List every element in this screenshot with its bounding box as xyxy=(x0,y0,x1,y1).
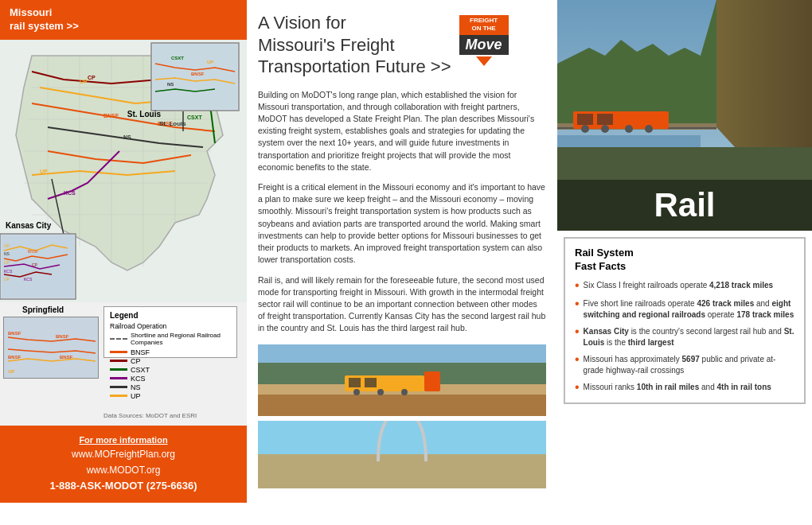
svg-rect-29 xyxy=(2,235,74,298)
svg-rect-20 xyxy=(153,45,237,109)
svg-text:CSXT: CSXT xyxy=(171,56,184,60)
middle-panel: A Vision for Missouri's Freight Transpor… xyxy=(247,0,557,525)
svg-point-49 xyxy=(377,389,384,395)
svg-point-61 xyxy=(645,125,653,133)
svg-point-58 xyxy=(581,125,589,133)
legend-kcs-label: KCS xyxy=(131,375,146,383)
svg-text:BNSF: BNSF xyxy=(103,113,119,119)
svg-text:UP: UP xyxy=(40,169,48,174)
legend-subtitle: Railroad Operation xyxy=(110,322,231,330)
freight-logo: FREIGHT ON THE Move xyxy=(459,15,509,68)
fact-bullet-1: • xyxy=(575,278,580,293)
svg-rect-56 xyxy=(577,114,593,125)
springfield-inset: BNSF BNSF BNSF BNSF UP xyxy=(3,317,99,379)
fact-item-4: • Missouri has approximately 5697 public… xyxy=(575,354,794,376)
legend-bnsf-label: BNSF xyxy=(131,348,150,356)
body-paragraph-3: Rail is, and will likely remain for the … xyxy=(258,274,546,335)
fact-text-1: Six Class I freight railroads operate 4,… xyxy=(584,280,773,291)
svg-text:KCS: KCS xyxy=(24,277,33,282)
fact-text-3: Kansas City is the country's second larg… xyxy=(584,326,794,348)
legend-shortline-label: Shortline and Regional Railroad Companie… xyxy=(131,332,231,346)
fact-item-3: • Kansas City is the country's second la… xyxy=(575,326,794,348)
fact-item-1: • Six Class I freight railroads operate … xyxy=(575,280,794,293)
photo-grid xyxy=(258,344,546,488)
train-photo xyxy=(258,344,546,416)
fast-facts-box: Rail SystemFast Facts • Six Class I frei… xyxy=(564,237,806,404)
right-panel: Rail Rail SystemFast Facts • Six Class I… xyxy=(557,0,812,525)
springfield-section: Springfield BNSF BNSF BNSF BNSF UP Legen… xyxy=(0,302,247,426)
logo-move: Move xyxy=(459,35,509,55)
svg-rect-46 xyxy=(349,378,361,387)
svg-text:BNSF: BNSF xyxy=(60,355,73,360)
fact-bullet-5: • xyxy=(575,380,580,395)
footer-url1[interactable]: www.MOFreightPlan.org xyxy=(6,447,240,462)
svg-text:UP: UP xyxy=(4,277,10,282)
svg-text:UP: UP xyxy=(80,79,88,84)
footer-phone: 1-888-ASK-MODOT (275-6636) xyxy=(6,478,240,495)
body-paragraph-2: Freight is a critical element in the Mis… xyxy=(258,181,546,266)
svg-text:NS: NS xyxy=(167,82,174,87)
svg-text:St. Louis: St. Louis xyxy=(159,120,186,127)
fact-text-5: Missouri ranks 10th in rail miles and 4t… xyxy=(584,382,771,393)
fact-text-4: Missouri has approximately 5697 public a… xyxy=(584,354,794,376)
body-paragraph-1: Building on MoDOT's long range plan, whi… xyxy=(258,89,546,174)
title-line3: Transportation Future >> xyxy=(258,56,451,76)
main-title: A Vision for Missouri's Freight Transpor… xyxy=(258,12,451,78)
fact-item-5: • Missouri ranks 10th in rail miles and … xyxy=(575,382,794,395)
legend-ns: NS xyxy=(110,383,231,391)
orange-header: Missouri rail system >> xyxy=(0,0,247,40)
fact-text-2: Five short line railroads operate 426 tr… xyxy=(584,298,794,321)
svg-text:UP: UP xyxy=(4,243,10,248)
legend-title: Legend xyxy=(110,311,231,320)
svg-text:UP: UP xyxy=(8,369,14,374)
svg-text:NS: NS xyxy=(123,134,131,140)
logo-on-the: ON THE xyxy=(464,25,504,33)
main-title-text: A Vision for Missouri's Freight Transpor… xyxy=(258,12,451,78)
logo-arrow-icon xyxy=(459,56,509,68)
fact-bullet-4: • xyxy=(575,352,580,367)
fact-bullet-3: • xyxy=(575,325,580,339)
legend-up: UP xyxy=(110,392,231,400)
svg-rect-51 xyxy=(424,371,440,391)
svg-point-60 xyxy=(625,125,633,133)
svg-text:KCS: KCS xyxy=(4,269,13,274)
svg-point-59 xyxy=(601,125,609,133)
arch-photo xyxy=(258,421,546,488)
legend-shortline: Shortline and Regional Railroad Companie… xyxy=(110,332,231,346)
svg-point-50 xyxy=(401,389,408,395)
fact-bullet-2: • xyxy=(575,297,580,311)
legend-csxt: CSXT xyxy=(110,366,231,374)
st-louis-label: St. Louis xyxy=(127,110,161,119)
main-map: BNSF UP NS CSXT KCS CP UP BNSF CSXT BNSF… xyxy=(0,40,247,302)
springfield-label: Springfield xyxy=(22,305,64,314)
legend-bnsf: BNSF xyxy=(110,348,231,356)
footer-url2[interactable]: www.MODOT.org xyxy=(6,463,240,478)
orange-footer: For more information www.MOFreightPlan.o… xyxy=(0,426,247,503)
svg-marker-44 xyxy=(476,56,492,66)
for-more-info: For more information xyxy=(6,434,240,448)
rail-text: Rail xyxy=(557,186,812,224)
svg-text:BNSF: BNSF xyxy=(56,334,69,339)
header-title: Missouri rail system >> xyxy=(10,6,79,32)
fact-item-2: • Five short line railroads operate 426 … xyxy=(575,298,794,321)
legend-up-label: UP xyxy=(131,392,141,400)
legend-kcs: KCS xyxy=(110,375,231,383)
title-line2: Missouri's Freight xyxy=(258,35,395,55)
svg-text:CSXT: CSXT xyxy=(187,115,202,120)
legend-ns-label: NS xyxy=(131,383,141,391)
rail-photo: Rail xyxy=(557,0,812,231)
svg-rect-57 xyxy=(597,114,613,125)
title-line1: A Vision for xyxy=(258,13,346,33)
svg-text:BNSF: BNSF xyxy=(191,72,205,76)
svg-text:BNSF: BNSF xyxy=(8,331,21,336)
fast-facts-title: Rail SystemFast Facts xyxy=(575,247,794,274)
svg-point-48 xyxy=(353,389,360,395)
svg-rect-38 xyxy=(4,317,99,379)
rail-label: Rail xyxy=(557,180,812,231)
svg-text:UP: UP xyxy=(207,60,213,64)
svg-text:BNSF: BNSF xyxy=(28,249,38,254)
title-section: A Vision for Missouri's Freight Transpor… xyxy=(258,12,546,78)
svg-text:KCS: KCS xyxy=(64,190,76,196)
kansas-city-label: Kansas City xyxy=(6,221,51,230)
svg-text:CP: CP xyxy=(88,75,96,80)
